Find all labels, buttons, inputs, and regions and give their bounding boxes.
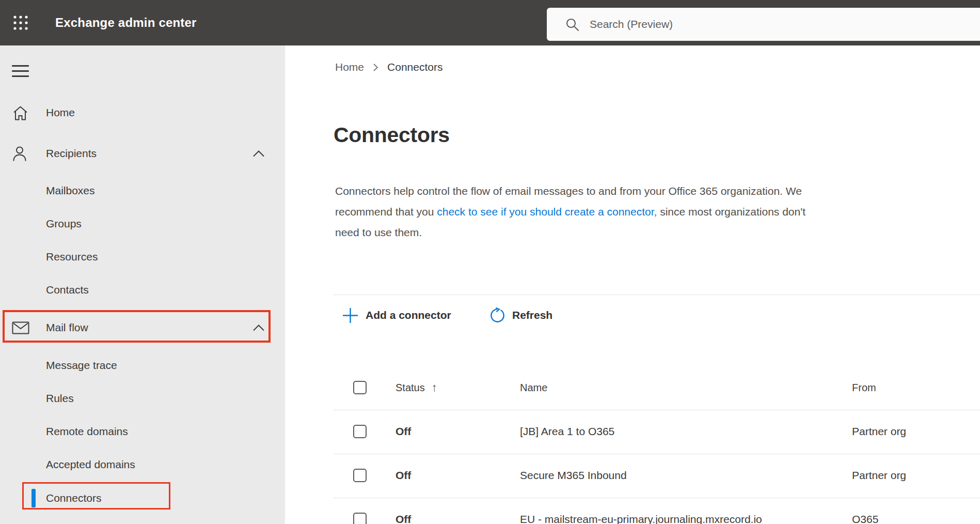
sidebar-item-label: Connectors (46, 492, 101, 504)
create-connector-link[interactable]: check to see if you should create a conn… (437, 206, 657, 218)
table-row[interactable]: OffSecure M365 InboundPartner org (285, 459, 980, 492)
search-input[interactable] (590, 18, 980, 30)
column-header-name[interactable]: Name (520, 371, 547, 404)
app-launcher-icon[interactable] (12, 14, 29, 32)
chevron-up-icon[interactable] (252, 149, 265, 158)
page-description: Connectors help control the flow of emai… (335, 181, 980, 243)
sidebar-item-label: Groups (46, 218, 82, 230)
row-checkbox[interactable] (353, 425, 367, 438)
sidebar-nav: HomeRecipientsMailboxesGroupsResourcesCo… (0, 45, 285, 515)
row-checkbox[interactable] (353, 469, 367, 482)
divider (333, 454, 980, 454)
sidebar-item-contacts[interactable]: Contacts (0, 273, 285, 306)
sidebar-item-resources[interactable]: Resources (0, 240, 285, 273)
table-row[interactable]: Off[JB] Area 1 to O365Partner org (285, 415, 980, 448)
sidebar-item-label: Accepted domains (46, 458, 135, 471)
sidebar-item-label: Recipients (46, 147, 97, 160)
status-cell: Off (396, 503, 411, 524)
sidebar-item-label: Remote domains (46, 425, 128, 438)
topbar: Exchange admin center (0, 0, 980, 45)
home-icon (12, 105, 29, 120)
name-cell[interactable]: [JB] Area 1 to O365 (520, 415, 614, 448)
sidebar-item-label: Rules (46, 392, 74, 405)
sidebar-item-label: Mailboxes (46, 184, 95, 197)
sidebar-item-label: Home (46, 106, 75, 119)
sidebar-item-label: Resources (46, 251, 98, 263)
breadcrumb-current: Connectors (387, 61, 442, 73)
breadcrumb-home[interactable]: Home (335, 61, 364, 73)
sidebar-item-remote-domains[interactable]: Remote domains (0, 415, 285, 448)
sidebar-item-rules[interactable]: Rules (0, 382, 285, 415)
refresh-icon (489, 307, 505, 323)
status-cell: Off (396, 459, 411, 492)
app-title: Exchange admin center (55, 16, 197, 30)
sidebar-item-message-trace[interactable]: Message trace (0, 349, 285, 382)
refresh-button[interactable]: Refresh (489, 302, 552, 329)
sort-ascending-icon: ↑ (432, 381, 437, 394)
sidebar-item-accepted-domains[interactable]: Accepted domains (0, 448, 285, 481)
sidebar-item-label: Message trace (46, 359, 117, 372)
description-line: need to use them. (335, 222, 980, 243)
search-bar[interactable] (547, 8, 980, 41)
search-icon (565, 18, 579, 32)
name-cell[interactable]: Secure M365 Inbound (520, 459, 627, 492)
sidebar-item-label: Contacts (46, 284, 89, 296)
sidebar: HomeRecipientsMailboxesGroupsResourcesCo… (0, 45, 285, 524)
menu-toggle-button[interactable] (12, 65, 29, 77)
main-content: Home Connectors Connectors Connectors he… (285, 45, 980, 524)
table-row[interactable]: OffEU - mailstream-eu-primary.journaling… (285, 503, 980, 524)
row-checkbox[interactable] (353, 513, 367, 524)
divider (333, 498, 980, 498)
sidebar-item-label: Mail flow (46, 321, 88, 334)
description-line: Connectors help control the flow of emai… (335, 181, 980, 202)
add-connector-button[interactable]: Add a connector (342, 302, 451, 329)
breadcrumb: Home Connectors (335, 61, 442, 73)
description-line: recommend that you check to see if you s… (335, 202, 980, 222)
column-header-status[interactable]: Status↑ (396, 371, 437, 404)
select-all-checkbox[interactable] (353, 381, 367, 394)
divider (333, 295, 980, 295)
sidebar-item-connectors[interactable]: Connectors (0, 482, 285, 515)
page-title: Connectors (334, 123, 450, 147)
from-cell: Partner org (852, 415, 906, 448)
sidebar-item-groups[interactable]: Groups (0, 207, 285, 240)
sidebar-item-mailboxes[interactable]: Mailboxes (0, 174, 285, 207)
chevron-right-icon (372, 63, 379, 72)
from-cell: O365 (852, 503, 878, 524)
person-icon (12, 145, 29, 162)
name-cell[interactable]: EU - mailstream-eu-primary.journaling.mx… (520, 503, 762, 524)
sidebar-item-home[interactable]: Home (0, 96, 285, 129)
chevron-up-icon[interactable] (252, 323, 265, 332)
plus-icon (342, 307, 359, 324)
sidebar-item-mail-flow[interactable]: Mail flow (0, 311, 285, 344)
sidebar-item-recipients[interactable]: Recipients (0, 137, 285, 170)
column-header-from[interactable]: From (852, 371, 876, 404)
from-cell: Partner org (852, 459, 906, 492)
mail-icon (12, 321, 29, 334)
table-header: Status↑ Name From (285, 371, 980, 404)
divider (333, 410, 980, 410)
status-cell: Off (396, 415, 411, 448)
